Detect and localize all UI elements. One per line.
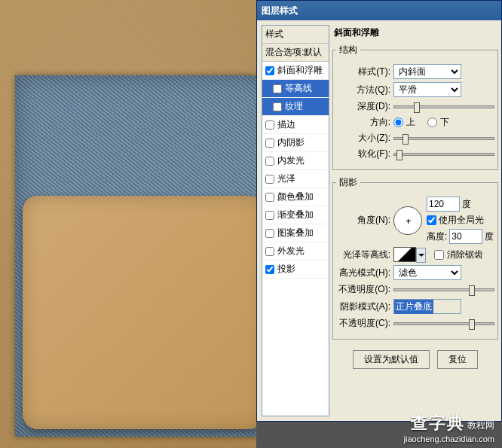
shadow-mode-select[interactable]: 正片叠底 xyxy=(393,299,461,314)
depth-label: 深度(D): xyxy=(336,100,390,113)
structure-fieldset: 结构 样式(T): 内斜面 方法(Q): 平滑 深度(D): xyxy=(332,44,498,170)
depth-slider[interactable] xyxy=(393,105,494,108)
make-default-button[interactable]: 设置为默认值 xyxy=(353,350,430,369)
gloss-contour-label: 光泽等高线: xyxy=(336,248,390,261)
style-item-label: 颜色叠加 xyxy=(277,190,314,203)
direction-down-label: 下 xyxy=(440,116,449,129)
style-item-label: 图案叠加 xyxy=(277,227,314,239)
style-item-checkbox[interactable] xyxy=(265,247,274,256)
style-list-item[interactable]: 内发光 xyxy=(262,152,329,170)
technique-select[interactable]: 平滑 xyxy=(393,82,461,97)
leather-patch xyxy=(23,196,264,429)
direction-down-radio[interactable] xyxy=(427,117,437,127)
watermark-suffix: 教程网 xyxy=(467,420,494,431)
style-list: 样式 混合选项:默认 斜面和浮雕等高线纹理描边内阴影内发光光泽颜色叠加渐变叠加图… xyxy=(262,25,329,416)
reset-button[interactable]: 复位 xyxy=(437,350,478,369)
watermark: 查字典 教程网 jiaocheng.chazidian.com xyxy=(404,412,494,443)
watermark-title: 查字典 xyxy=(411,413,465,432)
angle-input[interactable] xyxy=(427,197,460,212)
style-list-item[interactable]: 等高线 xyxy=(262,80,329,98)
style-item-label: 斜面和浮雕 xyxy=(277,64,323,77)
shadow-opacity-slider[interactable] xyxy=(393,322,494,325)
structure-legend: 结构 xyxy=(336,44,360,56)
gloss-contour-swatch[interactable] xyxy=(393,247,416,262)
style-item-checkbox[interactable] xyxy=(265,120,274,130)
style-item-label: 投影 xyxy=(277,263,295,276)
highlight-mode-label: 高光模式(H): xyxy=(336,267,390,279)
style-item-checkbox[interactable] xyxy=(265,139,274,148)
style-item-checkbox[interactable] xyxy=(265,157,274,166)
style-item-label: 等高线 xyxy=(285,82,312,95)
style-list-item[interactable]: 光泽 xyxy=(262,170,329,188)
watermark-url: jiaocheng.chazidian.com xyxy=(404,434,494,443)
soften-slider[interactable] xyxy=(393,153,494,156)
style-item-label: 描边 xyxy=(277,118,295,131)
settings-panel: 斜面和浮雕 结构 样式(T): 内斜面 方法(Q): 平滑 深度(D): xyxy=(329,20,501,421)
size-label: 大小(Z): xyxy=(336,132,390,145)
chevron-down-icon[interactable] xyxy=(416,248,426,263)
anti-alias-label: 消除锯齿 xyxy=(447,248,483,261)
style-list-item[interactable]: 描边 xyxy=(262,116,329,134)
style-list-item[interactable]: 投影 xyxy=(262,261,329,279)
style-item-checkbox[interactable] xyxy=(265,193,274,202)
direction-label: 方向: xyxy=(336,116,390,129)
shadow-mode-label: 阴影模式(A): xyxy=(336,300,390,313)
style-item-label: 渐变叠加 xyxy=(277,209,314,221)
style-list-item[interactable]: 图案叠加 xyxy=(262,224,329,242)
style-item-label: 内阴影 xyxy=(277,136,305,149)
highlight-mode-select[interactable]: 滤色 xyxy=(393,265,461,280)
style-list-item[interactable]: 斜面和浮雕 xyxy=(262,62,329,80)
style-item-checkbox[interactable] xyxy=(265,229,274,238)
style-item-label: 外发光 xyxy=(277,245,305,258)
style-item-checkbox[interactable] xyxy=(265,175,274,184)
shading-fieldset: 阴影 角度(N): 度 xyxy=(332,176,498,340)
style-item-checkbox[interactable] xyxy=(265,66,274,75)
size-slider[interactable] xyxy=(393,137,494,140)
style-list-item[interactable]: 渐变叠加 xyxy=(262,206,329,224)
style-list-header[interactable]: 样式 xyxy=(262,26,329,44)
style-list-item[interactable]: 内阴影 xyxy=(262,134,329,152)
altitude-degree: 度 xyxy=(485,230,494,243)
style-item-label: 纹理 xyxy=(285,100,303,113)
style-item-checkbox[interactable] xyxy=(273,84,282,93)
layer-style-dialog: 图层样式 样式 混合选项:默认 斜面和浮雕等高线纹理描边内阴影内发光光泽颜色叠加… xyxy=(256,0,502,422)
style-item-label: 光泽 xyxy=(277,172,295,185)
angle-degree: 度 xyxy=(462,198,471,211)
style-item-label: 内发光 xyxy=(277,154,305,167)
soften-label: 软化(F): xyxy=(336,148,390,160)
altitude-input[interactable] xyxy=(449,229,482,244)
highlight-opacity-slider[interactable] xyxy=(393,288,494,291)
dialog-title: 图层样式 xyxy=(262,5,298,17)
shadow-mode-value: 正片叠底 xyxy=(394,300,433,314)
technique-label: 方法(Q): xyxy=(336,84,390,96)
angle-dial[interactable] xyxy=(393,206,422,235)
style-item-checkbox[interactable] xyxy=(265,211,274,220)
style-select[interactable]: 内斜面 xyxy=(393,64,461,79)
blend-options-row[interactable]: 混合选项:默认 xyxy=(262,44,329,62)
style-item-checkbox[interactable] xyxy=(265,265,274,274)
shadow-opacity-label: 不透明度(C): xyxy=(336,317,390,330)
style-label: 样式(T): xyxy=(336,66,390,78)
anti-alias-checkbox[interactable] xyxy=(434,250,444,260)
panel-title: 斜面和浮雕 xyxy=(334,26,498,39)
shading-legend: 阴影 xyxy=(336,176,360,189)
global-light-checkbox[interactable] xyxy=(427,215,436,225)
altitude-label: 高度: xyxy=(427,230,447,243)
style-list-item[interactable]: 纹理 xyxy=(262,98,329,116)
direction-up-label: 上 xyxy=(406,116,415,129)
dialog-titlebar[interactable]: 图层样式 xyxy=(257,1,501,20)
style-list-item[interactable]: 外发光 xyxy=(262,242,329,261)
style-list-item[interactable]: 颜色叠加 xyxy=(262,188,329,206)
global-light-label: 使用全局光 xyxy=(439,214,484,227)
direction-up-radio[interactable] xyxy=(393,117,403,127)
style-item-checkbox[interactable] xyxy=(273,102,282,111)
angle-label: 角度(N): xyxy=(336,214,390,227)
highlight-opacity-label: 不透明度(O): xyxy=(336,283,390,296)
